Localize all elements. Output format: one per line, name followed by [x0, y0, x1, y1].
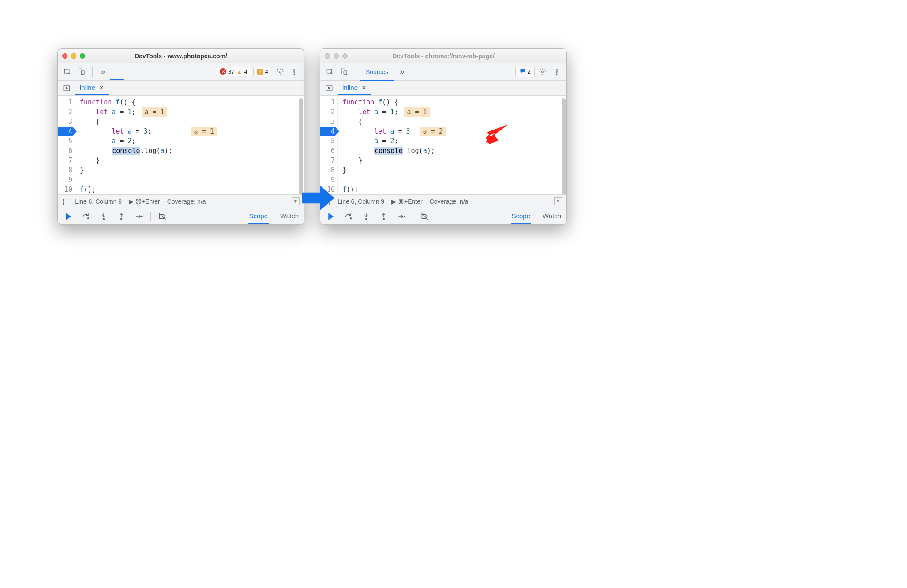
- error-count-chip[interactable]: ✕ 37 ▲ 4: [216, 67, 251, 76]
- svg-point-17: [556, 71, 558, 72]
- file-tabs-row: inline ✕: [58, 81, 304, 96]
- svg-rect-0: [64, 69, 69, 73]
- coverage-status[interactable]: Coverage: n/a: [167, 198, 206, 205]
- statusbar-menu-icon[interactable]: ▼: [292, 197, 300, 205]
- settings-icon[interactable]: [274, 66, 286, 78]
- navigator-toggle-icon[interactable]: [60, 82, 73, 94]
- cursor-position: Line 6, Column 9: [337, 198, 384, 205]
- svg-point-3: [279, 71, 281, 73]
- svg-point-15: [542, 71, 544, 73]
- deactivate-breakpoints-icon[interactable]: [156, 210, 169, 223]
- run-snippet-hint[interactable]: ▶ ⌘+Enter: [391, 198, 423, 205]
- step-out-icon[interactable]: [378, 210, 390, 223]
- svg-point-21: [366, 218, 367, 220]
- zoom-icon[interactable]: [342, 53, 348, 59]
- deactivate-breakpoints-icon[interactable]: [419, 210, 431, 223]
- code-editor[interactable]: 123 4 567 8910 function f() { let a = 1;…: [320, 96, 566, 194]
- line-gutter[interactable]: 123 4 567 8910: [320, 96, 338, 194]
- svg-point-5: [294, 71, 295, 72]
- kebab-menu-icon[interactable]: [551, 66, 563, 78]
- inline-value-hint: a = 1: [142, 107, 167, 117]
- settings-icon[interactable]: [536, 66, 549, 78]
- svg-point-11: [141, 216, 142, 217]
- line-gutter[interactable]: 123 4 567 8910: [58, 96, 75, 194]
- file-tabs-row: inline ✕: [320, 81, 566, 96]
- device-toggle-icon[interactable]: [338, 66, 350, 78]
- resume-icon[interactable]: [62, 210, 75, 223]
- zoom-icon[interactable]: [80, 53, 85, 59]
- svg-point-23: [404, 216, 405, 217]
- more-tabs-icon[interactable]: »: [396, 67, 408, 76]
- svg-point-9: [103, 218, 105, 220]
- svg-point-6: [294, 73, 295, 74]
- minimize-icon[interactable]: [71, 53, 76, 59]
- issue-icon: !: [257, 69, 263, 75]
- file-tab-inline[interactable]: inline ✕: [338, 81, 371, 95]
- device-toggle-icon[interactable]: [75, 66, 88, 78]
- minimize-icon[interactable]: [334, 53, 339, 59]
- kebab-menu-icon[interactable]: [288, 66, 300, 78]
- devtools-window-right: DevTools - chrome://new-tab-page/ Source…: [320, 48, 567, 225]
- debugger-toolbar: Scope Watch: [58, 208, 304, 224]
- file-tab-inline[interactable]: inline ✕: [75, 81, 109, 95]
- execution-line-marker: 4: [320, 127, 335, 136]
- pretty-print-icon[interactable]: { }: [62, 198, 68, 205]
- transition-arrow-icon: [300, 183, 336, 212]
- svg-point-20: [350, 217, 352, 219]
- selected-token: console: [112, 147, 140, 155]
- step-icon[interactable]: [133, 210, 145, 223]
- titlebar[interactable]: DevTools - chrome://new-tab-page/: [320, 49, 566, 63]
- window-title: DevTools - www.photopea.com/: [62, 52, 300, 60]
- coverage-status[interactable]: Coverage: n/a: [430, 198, 468, 205]
- step-over-icon[interactable]: [342, 210, 355, 223]
- editor-statusbar: { } Line 6, Column 9 ▶ ⌘+Enter Coverage:…: [320, 194, 566, 208]
- svg-rect-12: [327, 69, 332, 73]
- tab-scope[interactable]: Scope: [511, 208, 532, 224]
- warning-triangle-icon: ▲: [236, 69, 243, 75]
- close-icon[interactable]: [325, 53, 330, 59]
- execution-line-marker: 4: [58, 127, 72, 136]
- error-icon: ✕: [220, 68, 226, 75]
- svg-point-18: [556, 73, 558, 74]
- messages-chip[interactable]: 2: [515, 67, 535, 77]
- svg-point-22: [383, 218, 385, 220]
- main-toolbar: » ✕ 37 ▲ 4 ! 4: [58, 63, 304, 81]
- message-icon: [519, 68, 526, 76]
- titlebar[interactable]: DevTools - www.photopea.com/: [58, 49, 304, 63]
- close-tab-icon[interactable]: ✕: [99, 84, 104, 91]
- scrollbar-thumb[interactable]: [562, 98, 566, 194]
- scrollbar-thumb[interactable]: [299, 98, 303, 194]
- statusbar-menu-icon[interactable]: ▼: [554, 197, 562, 205]
- more-tabs-icon[interactable]: »: [97, 67, 109, 76]
- window-title: DevTools - chrome://new-tab-page/: [325, 52, 562, 60]
- code-editor[interactable]: 123 4 567 8910 function f() { let a = 1;…: [58, 96, 304, 194]
- issues-chip[interactable]: ! 4: [253, 67, 272, 76]
- annotation-arrow-icon: [483, 122, 510, 144]
- cursor-position: Line 6, Column 9: [75, 198, 122, 205]
- close-tab-icon[interactable]: ✕: [361, 84, 367, 91]
- step-icon[interactable]: [395, 210, 408, 223]
- run-snippet-hint[interactable]: ▶ ⌘+Enter: [129, 198, 160, 205]
- editor-statusbar: { } Line 6, Column 9 ▶ ⌘+Enter Coverage:…: [58, 194, 304, 208]
- main-toolbar: Sources » 2: [320, 63, 566, 81]
- inline-value-hint: a = 1: [191, 127, 217, 136]
- inline-value-hint: a = 2: [420, 127, 446, 136]
- tab-sources[interactable]: Sources: [360, 63, 394, 81]
- navigator-toggle-icon[interactable]: [323, 82, 335, 94]
- tab-watch[interactable]: Watch: [279, 208, 300, 224]
- step-over-icon[interactable]: [80, 210, 92, 223]
- step-into-icon[interactable]: [97, 210, 110, 223]
- inspect-icon[interactable]: [61, 66, 74, 78]
- close-icon[interactable]: [62, 53, 67, 59]
- tab-watch[interactable]: Watch: [542, 208, 562, 224]
- debugger-toolbar: Scope Watch: [320, 208, 566, 224]
- inspect-icon[interactable]: [324, 66, 336, 78]
- svg-point-16: [556, 69, 558, 70]
- step-out-icon[interactable]: [115, 210, 127, 223]
- inline-value-hint: a = 1: [404, 107, 429, 117]
- svg-point-4: [294, 69, 295, 70]
- step-into-icon[interactable]: [360, 210, 372, 223]
- svg-rect-1: [79, 69, 82, 74]
- tab-scope[interactable]: Scope: [248, 208, 269, 224]
- devtools-window-left: DevTools - www.photopea.com/ » ✕ 37 ▲ 4 …: [57, 48, 304, 225]
